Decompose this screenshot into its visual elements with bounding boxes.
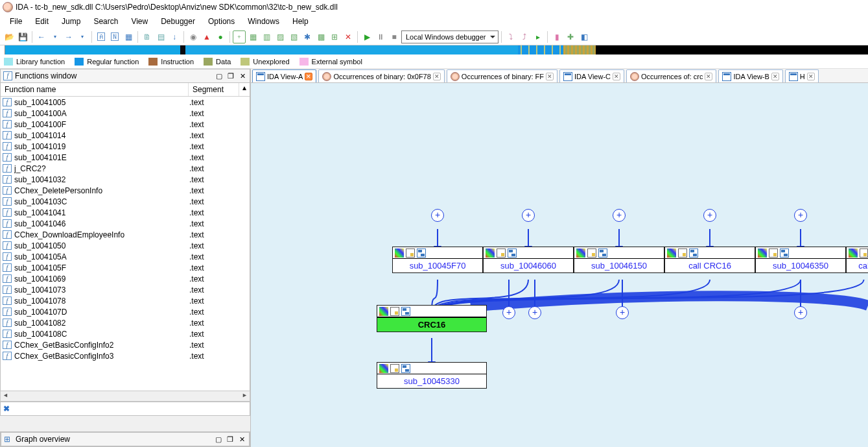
tab-close-icon[interactable]: ✕ <box>305 73 312 80</box>
menu-file[interactable]: File <box>4 16 28 27</box>
tab-occurrences-of-binary-ff[interactable]: Occurrences of binary: FF✕ <box>447 69 557 82</box>
graph-node[interactable]: sub_10045F70 <box>392 247 483 273</box>
breakpoint-button[interactable]: ▲ <box>200 30 213 43</box>
win-btn-2[interactable]: ✚ <box>564 30 577 43</box>
menu-view[interactable]: View <box>125 16 154 27</box>
menu-edit[interactable]: Edit <box>29 16 54 27</box>
function-row[interactable]: fsub_1004100F.text <box>1 119 250 130</box>
function-row[interactable]: fsub_1004101E.text <box>1 152 250 163</box>
function-row[interactable]: fsub_10041005.text <box>1 97 250 108</box>
step-btn-3[interactable]: ▸ <box>532 30 545 43</box>
tab-ida-view-c[interactable]: IDA View-C✕ <box>559 69 624 82</box>
back-dropdown[interactable]: ▾ <box>49 30 62 43</box>
code-btn-5[interactable]: ▧ <box>287 30 300 43</box>
expand-node-button[interactable]: + <box>794 209 807 222</box>
function-row[interactable]: fCChex_GetBasicConfigInfo3.text <box>1 350 250 361</box>
code-btn-2[interactable]: ▦ <box>246 30 259 43</box>
functions-hscroll[interactable] <box>0 391 250 402</box>
run-marker[interactable]: ● <box>214 30 227 43</box>
filter-clear-icon[interactable]: ✖ <box>3 404 10 413</box>
menu-help[interactable]: Help <box>287 16 314 27</box>
panel-close[interactable]: ✕ <box>238 71 247 80</box>
graph-node[interactable]: sub_10046060 <box>483 247 574 273</box>
graph-node[interactable]: cal <box>846 247 868 273</box>
tab-close-icon[interactable]: ✕ <box>613 73 620 80</box>
menu-search[interactable]: Search <box>88 16 124 27</box>
tool-down[interactable]: ↓ <box>168 30 181 43</box>
tab-ida-view-b[interactable]: IDA View-B✕ <box>718 69 782 82</box>
function-row[interactable]: fsub_10041019.text <box>1 141 250 152</box>
forward-button[interactable]: → <box>62 30 75 43</box>
debugger-select[interactable]: Local Windows debugger <box>401 30 499 43</box>
menu-options[interactable]: Options <box>202 16 240 27</box>
step-btn-2[interactable]: ⤴ <box>518 30 531 43</box>
function-row[interactable]: fsub_10041041.text <box>1 207 250 218</box>
function-row[interactable]: fCChex_GetBasicConfigInfo2.text <box>1 339 250 350</box>
graph-node[interactable]: sub_10046350 <box>755 247 846 273</box>
tab-ida-view-a[interactable]: IDA View-A✕ <box>252 69 316 82</box>
code-btn-4[interactable]: ▨ <box>274 30 287 43</box>
function-row[interactable]: fsub_10041014.text <box>1 130 250 141</box>
menu-windows[interactable]: Windows <box>242 16 285 27</box>
function-row[interactable]: fsub_1004103C.text <box>1 196 250 207</box>
debug-pause[interactable]: ⏸ <box>374 30 387 43</box>
function-row[interactable]: fsub_10041050.text <box>1 240 250 251</box>
function-row[interactable]: fCChex_DownloadEmployeeInfo.text <box>1 229 250 240</box>
expand-node-button[interactable]: + <box>794 306 807 319</box>
forward-dropdown[interactable]: ▾ <box>76 30 89 43</box>
panel-minimize[interactable]: ▢ <box>215 71 224 80</box>
graph-node[interactable]: sub_10045330 <box>377 362 487 389</box>
expand-node-button[interactable]: + <box>613 209 626 222</box>
back-button[interactable]: ← <box>35 30 48 43</box>
code-btn-7[interactable]: ▩ <box>314 30 327 43</box>
tab-close-icon[interactable]: ✕ <box>807 73 815 80</box>
code-btn-6[interactable]: ✱ <box>301 30 314 43</box>
tool-binary[interactable]: ▦ <box>122 30 135 43</box>
expand-node-button[interactable]: + <box>522 209 535 222</box>
tab-occurrences-of-crc[interactable]: Occurrences of: crc✕ <box>626 69 716 82</box>
function-row[interactable]: fsub_1004107D.text <box>1 306 250 317</box>
expand-node-button[interactable]: + <box>502 306 515 319</box>
code-btn-8[interactable]: ⊞ <box>328 30 341 43</box>
panel-restore[interactable]: ❐ <box>226 71 235 80</box>
function-row[interactable]: fsub_10041078.text <box>1 295 250 306</box>
tool-a[interactable]: 🄰 <box>95 30 108 43</box>
save-button[interactable]: 💾 <box>16 30 29 43</box>
menu-jump[interactable]: Jump <box>56 16 86 27</box>
function-row[interactable]: fj_CRC2?.text <box>1 163 250 174</box>
function-row[interactable]: fCChex_DeletePersonInfo.text <box>1 185 250 196</box>
graph-node[interactable]: CRC16 <box>377 305 487 332</box>
graph-node[interactable]: sub_10046150 <box>574 247 664 273</box>
tab-close-icon[interactable]: ✕ <box>771 73 779 80</box>
function-row[interactable]: fsub_1004105F.text <box>1 262 250 273</box>
expand-node-button[interactable]: + <box>703 209 716 222</box>
tab-occurrences-of-binary-0x0f78[interactable]: Occurrences of binary: 0x0F78✕ <box>318 69 444 82</box>
debug-run[interactable]: ▶ <box>360 30 373 43</box>
navigation-band[interactable] <box>0 45 868 54</box>
function-row[interactable]: fsub_10041082.text <box>1 317 250 328</box>
tab-close-icon[interactable]: ✕ <box>433 73 441 80</box>
function-row[interactable]: fsub_1004100A.text <box>1 108 250 119</box>
tab-close-icon[interactable]: ✕ <box>546 73 554 80</box>
function-row[interactable]: fsub_10041032.text <box>1 174 250 185</box>
delete-button[interactable]: ✕ <box>342 30 355 43</box>
win-btn-1[interactable]: ▮ <box>550 30 563 43</box>
functions-table-header[interactable]: Function name Segment ▴ <box>1 83 250 97</box>
tool-n[interactable]: 🄽 <box>108 30 121 43</box>
col-segment[interactable]: Segment <box>189 83 239 96</box>
graph-node[interactable]: call CRC16 <box>664 247 755 273</box>
tool-segments[interactable]: ▤ <box>154 30 167 43</box>
function-row[interactable]: fsub_1004108C.text <box>1 328 250 339</box>
graph-canvas[interactable]: sub_10045F70sub_10046060sub_10046150call… <box>251 83 868 447</box>
col-function-name[interactable]: Function name <box>1 83 189 96</box>
tool-text[interactable]: 🗎 <box>141 30 154 43</box>
code-btn-3[interactable]: ▥ <box>260 30 273 43</box>
win-btn-3[interactable]: ◧ <box>578 30 591 43</box>
open-button[interactable]: 📂 <box>3 30 16 43</box>
code-btn-1[interactable]: + <box>233 30 246 43</box>
functions-filter-input[interactable] <box>12 404 247 413</box>
function-row[interactable]: fsub_10041073.text <box>1 284 250 295</box>
expand-node-button[interactable]: + <box>528 306 541 319</box>
gov-close[interactable]: ✕ <box>237 435 246 444</box>
function-row[interactable]: fsub_1004105A.text <box>1 251 250 262</box>
